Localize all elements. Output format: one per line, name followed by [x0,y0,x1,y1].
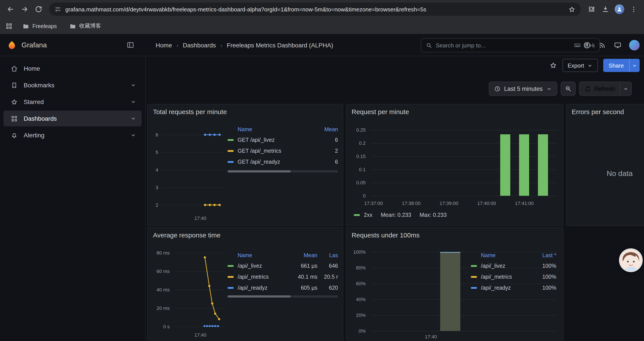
legend-header-name[interactable]: Name [481,252,530,258]
y-tick: 40% [348,297,366,302]
breadcrumb-dashboards[interactable]: Dashboards [183,42,216,49]
series-color-dash [228,265,234,267]
legend-header-mean[interactable]: Mean [320,126,338,133]
panel-title[interactable]: Requests under 100ms [352,231,420,239]
y-tick: 0.05 [348,180,366,185]
url-text[interactable]: grafana.mathmast.com/d/deytv4rwavabkb/fr… [65,6,564,13]
legend-header-last[interactable]: Last * [534,252,556,258]
news-rss-icon[interactable] [598,41,606,49]
floating-assistant-avatar[interactable] [619,248,643,272]
legend-row[interactable]: GET /api/_readyz 6 [228,157,338,167]
legend-scrollbar-thumb[interactable] [228,170,290,172]
series-mean: 6 [320,159,338,165]
chevron-down-icon[interactable] [130,132,136,138]
panel-title[interactable]: Errors per second [572,108,624,115]
legend-header-last[interactable]: Las [321,252,338,258]
legend-row[interactable]: /api/_metrics 100% [471,272,556,282]
panel-title[interactable]: Request per minute [352,108,409,115]
bell-icon [10,131,18,139]
legend-row[interactable]: /api/_readyz 605 µs 620 [228,283,338,293]
legend-header-mean[interactable]: Mean [292,252,318,258]
apps-grid-icon[interactable] [5,22,13,30]
gridline [371,156,557,157]
series-name: /api/_livez [481,263,530,269]
series-last: 100% [534,274,556,280]
browser-toolbar: grafana.mathmast.com/d/deytv4rwavabkb/fr… [0,0,644,19]
legend-header-name[interactable]: Name [238,252,288,258]
breadcrumb-home[interactable]: Home [156,42,172,49]
chart-canvas [175,251,224,329]
y-tick: 0.1 [348,167,366,172]
legend-row[interactable]: /api/_livez 100% [471,261,556,271]
breadcrumb-separator: › [220,42,222,49]
series-mean: 2 [320,148,338,154]
forward-button[interactable] [18,2,32,16]
time-controls: Last 5 minutes Refresh [489,82,632,96]
zoom-out-button[interactable] [560,82,576,96]
home-icon [10,65,18,72]
legend-row[interactable]: GET /api/_livez 6 [228,135,338,145]
clock-icon [494,85,501,92]
legend-header-name[interactable]: Name [238,126,316,133]
legend-header-row: Name Mean [228,125,338,134]
bookmark-freeleaps[interactable]: Freeleaps [20,21,60,32]
legend-row[interactable]: /api/_livez 661 µs 646 [228,261,338,271]
chevron-down-icon[interactable] [130,99,136,105]
series-mean: 40.1 ms [292,274,318,280]
legend-scrollbar[interactable] [228,170,338,172]
share-menu-caret[interactable] [629,59,640,72]
sidebar-item-dashboards[interactable]: Dashboards [4,111,142,126]
url-bar[interactable]: grafana.mathmast.com/d/deytv4rwavabkb/fr… [49,3,581,16]
legend-scrollbar[interactable] [228,295,338,297]
sidebar-item-starred[interactable]: Starred [4,94,142,110]
refresh-interval-caret[interactable] [620,82,631,95]
time-range-picker[interactable]: Last 5 minutes [489,82,557,96]
dashboard-content: Last 5 minutes Refresh Total requests pe… [146,75,644,341]
user-avatar[interactable] [629,40,640,51]
favorite-star-icon[interactable] [549,62,557,69]
search-input[interactable] [436,42,570,49]
browser-menu-icon[interactable] [626,2,640,16]
search-box[interactable]: ⌘+k [421,38,600,52]
sidebar-collapse-icon[interactable] [126,41,134,49]
time-range-label: Last 5 minutes [504,85,543,92]
legend-row[interactable]: /api/_readyz 100% [471,283,556,293]
bookmark-blog[interactable]: 收藏博客 [66,21,104,32]
reload-button[interactable] [32,2,46,16]
refresh-split-button: Refresh [579,82,632,96]
extensions-icon[interactable] [584,2,598,16]
chart-canvas [161,132,224,208]
breadcrumb: Home › Dashboards › Freeleaps Metrics Da… [156,34,333,56]
series-mean: 605 µs [292,285,318,291]
x-tick: 17:39:00 [432,201,466,206]
chevron-down-icon[interactable] [130,82,136,88]
grafana-brand[interactable]: Grafana [7,34,47,56]
legend[interactable]: 2xx Mean: 0.233 Max: 0.233 [354,212,447,218]
help-icon[interactable] [583,41,591,49]
bookmark-star-icon[interactable] [568,6,576,13]
export-button[interactable]: Export [562,59,598,72]
back-button[interactable] [4,2,18,16]
y-tick: 0.15 [348,154,366,159]
downloads-icon[interactable] [598,2,612,16]
chevron-down-icon[interactable] [130,115,136,122]
export-label: Export [568,62,584,69]
refresh-button[interactable]: Refresh [579,82,620,95]
sidebar-item-home[interactable]: Home [4,61,142,76]
legend-row[interactable]: GET /api/_metrics 2 [228,146,338,156]
y-tick: 80% [348,265,366,270]
browser-profile-avatar[interactable] [615,5,624,14]
series-color-dash [354,214,360,216]
legend-table: Name Mean Las /api/_livez 661 µs 646 /ap… [228,251,338,301]
panel-title[interactable]: Total requests per minute [153,108,227,115]
series-name: /api/_livez [238,263,288,269]
sidebar-item-alerting[interactable]: Alerting [4,127,142,143]
sidebar-item-bookmarks[interactable]: Bookmarks [4,77,142,93]
legend-row[interactable]: /api/_metrics 40.1 ms 20.5 r [228,272,338,282]
y-tick: 0.2 [348,140,366,146]
share-button[interactable]: Share [604,59,629,72]
legend-scrollbar-thumb[interactable] [228,295,290,297]
panel-title[interactable]: Average response time [153,231,220,239]
monitor-icon[interactable] [614,41,622,49]
site-settings-icon[interactable] [54,6,62,13]
